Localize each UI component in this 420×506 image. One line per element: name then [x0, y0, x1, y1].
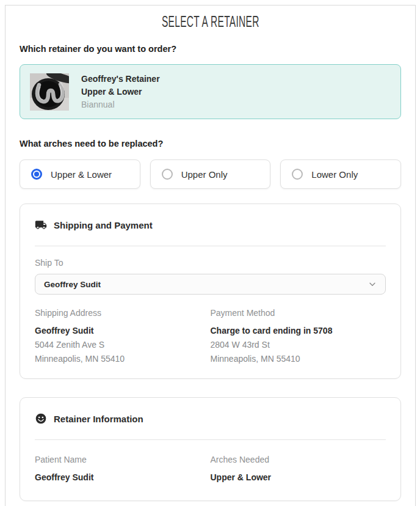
radio-icon: [31, 169, 42, 180]
arch-option-lower-only[interactable]: Lower Only: [280, 160, 401, 189]
shipping-address-label: Shipping Address: [35, 308, 211, 318]
arch-options-row: Upper & Lower Upper Only Lower Only: [20, 160, 401, 189]
radio-dot: [34, 172, 39, 177]
payment-method-line1: 2804 W 43rd St: [211, 340, 386, 350]
retainer-photo: [30, 73, 69, 111]
payment-method-label: Payment Method: [211, 308, 386, 318]
retainer-option-text: Geoffrey's Retainer Upper & Lower Biannu…: [81, 74, 160, 109]
shipping-and-payment-card: Shipping and Payment Ship To Geoffrey Su…: [20, 204, 401, 379]
which-arches-question: What arches need to be replaced?: [20, 139, 401, 148]
retainer-frequency: Biannual: [81, 100, 160, 109]
shipping-header: Shipping and Payment: [35, 219, 386, 231]
arch-option-label: Upper & Lower: [51, 169, 112, 180]
arches-needed-block: Arches Needed Upper & Lower: [211, 455, 386, 482]
payment-method-line2: Minneapolis, MN 55410: [211, 354, 386, 364]
select-retainer-panel: SELECT A RETAINER Which retainer do you …: [5, 5, 416, 506]
page-title: SELECT A RETAINER: [162, 13, 259, 31]
arch-option-label: Lower Only: [311, 169, 358, 180]
payment-method-summary: Charge to card ending in 5708: [211, 326, 386, 336]
shipping-address-line2: Minneapolis, MN 55410: [35, 354, 211, 364]
arches-needed-value: Upper & Lower: [211, 472, 386, 482]
ship-to-value: Geoffrey Sudit: [44, 280, 101, 289]
retainer-info-header: Retainer Information: [35, 413, 386, 425]
smiley-face-icon: [35, 413, 47, 425]
page-title-wrap: SELECT A RETAINER: [20, 13, 401, 30]
divider: [35, 246, 386, 246]
retainer-info-columns: Patient Name Geoffrey Sudit Arches Neede…: [35, 455, 386, 482]
shipping-address-line1: 5044 Zenith Ave S: [35, 340, 211, 350]
retainer-arches: Upper & Lower: [81, 87, 160, 97]
radio-icon: [162, 169, 173, 180]
shipping-address-block: Shipping Address Geoffrey Sudit 5044 Zen…: [35, 308, 211, 364]
retainer-info-section-title: Retainer Information: [54, 414, 143, 424]
shipping-payment-columns: Shipping Address Geoffrey Sudit 5044 Zen…: [35, 308, 386, 364]
arch-option-upper-only[interactable]: Upper Only: [150, 160, 271, 189]
ship-to-label: Ship To: [35, 258, 386, 268]
retainer-option-card[interactable]: Geoffrey's Retainer Upper & Lower Biannu…: [20, 64, 401, 119]
chevron-down-icon: [368, 280, 377, 288]
divider: [35, 439, 386, 440]
radio-icon: [292, 169, 303, 180]
which-retainer-question: Which retainer do you want to order?: [20, 44, 401, 54]
retainer-information-card: Retainer Information Patient Name Geoffr…: [20, 397, 401, 501]
shipping-address-name: Geoffrey Sudit: [35, 326, 211, 336]
patient-name-value: Geoffrey Sudit: [35, 472, 211, 482]
shipping-section-title: Shipping and Payment: [54, 220, 153, 230]
arch-option-label: Upper Only: [181, 169, 228, 180]
ship-to-select[interactable]: Geoffrey Sudit: [35, 274, 386, 295]
retainer-name: Geoffrey's Retainer: [81, 74, 160, 84]
shipping-truck-icon: [35, 219, 47, 231]
patient-name-label: Patient Name: [35, 455, 211, 464]
payment-method-block: Payment Method Charge to card ending in …: [211, 308, 386, 364]
arch-option-upper-and-lower[interactable]: Upper & Lower: [20, 160, 140, 189]
arches-needed-label: Arches Needed: [211, 455, 386, 464]
patient-name-block: Patient Name Geoffrey Sudit: [35, 455, 211, 482]
